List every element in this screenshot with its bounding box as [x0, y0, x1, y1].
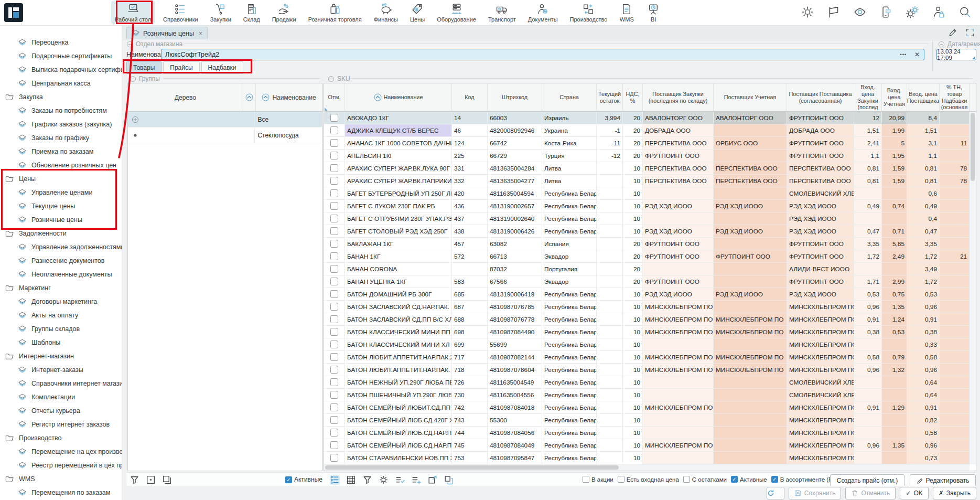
- sidebar-item-29[interactable]: Производство: [0, 431, 122, 445]
- group-row-all[interactable]: Все: [128, 112, 322, 127]
- sidebar-item-21[interactable]: Группы складов: [0, 322, 122, 336]
- table-row-20[interactable]: БАТОН ЛЮБИТ.АППЕТИТ.НАР.ПАК. 47184810987…: [324, 364, 970, 376]
- sku-col-header-1[interactable]: Наименование: [345, 83, 452, 111]
- menu-item-transport[interactable]: Транспорт: [484, 1, 520, 24]
- tab-retail-prices[interactable]: Розничные цены ×: [126, 27, 208, 39]
- sidebar-item-2[interactable]: Выписка подарочных сертификатов: [0, 63, 122, 77]
- checkbox[interactable]: [618, 476, 624, 483]
- stack-icon[interactable]: [162, 475, 172, 485]
- filter-icon[interactable]: [130, 475, 139, 485]
- row-checkbox[interactable]: [330, 378, 338, 386]
- horizontal-scrollbar[interactable]: [324, 464, 970, 471]
- store-name-input[interactable]: ЛюксСофтТрейд2 ••• ✕: [161, 49, 924, 60]
- row-checkbox[interactable]: [330, 189, 338, 197]
- row-checkbox[interactable]: [330, 353, 338, 361]
- table-row-15[interactable]: БАТОН ЗАСЛАВСКИЙ СД.НАР.ПАК. 36874810987…: [324, 301, 970, 313]
- table-row-25[interactable]: БАТОН СЕМЕЙНЫЙ ЛЮБ.СД.НАР.П7444810987084…: [324, 427, 970, 439]
- table-row-22[interactable]: БАТОН ПШЕНИЧНЫЙ УП.290Г ЛЮБ7304811635004…: [324, 389, 970, 401]
- sidebar-item-6[interactable]: Графики заказов (закупка): [0, 118, 122, 131]
- theme-icon[interactable]: [801, 5, 814, 19]
- sku-col-header-7[interactable]: Поставщик Закупки (последняя по складу): [643, 83, 714, 111]
- groups-col-tree[interactable]: Дерево: [128, 83, 243, 111]
- row-checkbox[interactable]: [330, 139, 338, 147]
- checkbox[interactable]: ✓: [731, 476, 738, 483]
- filter-1[interactable]: Есть входная цена: [618, 476, 679, 483]
- sidebar-item-33[interactable]: Перемещения по заказам: [0, 486, 122, 499]
- filter-0[interactable]: В акции: [583, 476, 613, 483]
- sidebar-item-3[interactable]: Центральная касса: [0, 77, 122, 90]
- table-row-5[interactable]: АРАХИС СУПЕР! ЖАР.ВК.ПАПРИКИ 93324813635…: [324, 175, 970, 187]
- menu-item-production[interactable]: Производство: [566, 1, 611, 24]
- row-checkbox[interactable]: [330, 341, 338, 348]
- sidebar-item-13[interactable]: Розничные цены: [0, 213, 122, 227]
- table-row-1[interactable]: АДЖИКА КЛЕЩУК СТ/Б ВЕРЕС464820008092946У…: [324, 124, 970, 137]
- table-row-2[interactable]: АНАНАС 1КГ 1000 СОВЕТОВ ДАЧНИ12466742Кос…: [324, 137, 970, 150]
- eye-icon[interactable]: [853, 5, 867, 19]
- checkbox[interactable]: [683, 476, 690, 483]
- row-checkbox[interactable]: [330, 202, 338, 210]
- menu-item-bi[interactable]: BI: [642, 1, 664, 24]
- checkbox[interactable]: ✓: [285, 476, 292, 483]
- table-row-18[interactable]: БАТОН КЛАССИЧЕСКИЙ МИНИ ХЛ69955699Респуб…: [324, 338, 970, 351]
- tab-goods[interactable]: Товары: [126, 61, 161, 74]
- list-add-icon[interactable]: [411, 475, 421, 485]
- row-checkbox[interactable]: [330, 164, 338, 172]
- collapse-icon[interactable]: [126, 41, 133, 48]
- row-checkbox[interactable]: [330, 290, 338, 298]
- vertical-scrollbar[interactable]: [969, 112, 976, 464]
- sku-col-header-11[interactable]: Вход. цена Учетная: [882, 83, 907, 111]
- row-checkbox[interactable]: [330, 252, 338, 260]
- filter-3[interactable]: ✓Активные: [731, 476, 767, 483]
- row-checkbox[interactable]: [330, 429, 338, 437]
- sidebar-item-8[interactable]: Приемка по заказам: [0, 145, 122, 158]
- groups-tree-sort[interactable]: [243, 83, 256, 111]
- sidebar-item-17[interactable]: Неоплаченные документы: [0, 268, 122, 281]
- row-checkbox[interactable]: [330, 152, 338, 159]
- sidebar-item-22[interactable]: Шаблоны: [0, 336, 122, 349]
- fullscreen-icon[interactable]: [965, 28, 975, 37]
- sidebar-item-20[interactable]: Акты на оплату: [0, 308, 122, 322]
- menu-item-retail[interactable]: Розничная торговля: [305, 1, 365, 24]
- table-row-4[interactable]: АРАХИС СУПЕР! ЖАР.ВК.ЛУКА 90Г С331481363…: [324, 162, 970, 175]
- sidebar-item-16[interactable]: Разнесение документов: [0, 254, 122, 268]
- sku-col-header-5[interactable]: Текущий остаток: [597, 83, 623, 111]
- table-row-17[interactable]: БАТОН КЛАССИЧЕСКИЙ МИНИ ПП69848109870844…: [324, 326, 970, 338]
- sidebar-item-15[interactable]: Управление задолженностями: [0, 240, 122, 254]
- user-icon[interactable]: [932, 5, 945, 19]
- tab-pricelists[interactable]: Прайсы: [163, 61, 199, 74]
- sku-col-header-6[interactable]: НДС, %: [623, 83, 643, 111]
- sidebar-item-28[interactable]: Регистр интернет заказов: [0, 418, 122, 431]
- collapse-icon[interactable]: [328, 76, 335, 82]
- filter-4[interactable]: ✓В ассортименте (F4): [771, 476, 838, 483]
- table-row-11[interactable]: БАНАН 1КГ57266713Эквадор20ФРУТПОИНТ ОООФ…: [324, 250, 970, 263]
- expand-plus-icon[interactable]: [132, 116, 139, 123]
- sku-col-header-12[interactable]: Вход. цена Поставщика: [907, 83, 940, 111]
- menu-item-sales[interactable]: Продажи: [268, 1, 300, 24]
- sidebar-item-30[interactable]: Перемещение на цех производства: [0, 445, 122, 459]
- row-checkbox[interactable]: [330, 391, 338, 399]
- menu-item-directories[interactable]: Справочники: [159, 1, 202, 24]
- search-icon[interactable]: [958, 5, 972, 19]
- row-checkbox[interactable]: [330, 328, 338, 336]
- table-row-12[interactable]: БАНАН CORONA87032Португалия20АЛИДИ-ВЕСТ …: [324, 263, 970, 275]
- sidebar-item-31[interactable]: Реестр перемещений в цех производст: [0, 459, 122, 472]
- sidebar-item-9[interactable]: Обновление розничных цен: [0, 158, 122, 172]
- menu-item-equipment[interactable]: Оборудование: [433, 1, 480, 24]
- sidebar-item-25[interactable]: Справочники интернет магазина: [0, 377, 122, 390]
- collapse-icon[interactable]: [938, 41, 945, 48]
- sidebar-item-7[interactable]: Заказы по графику: [0, 131, 122, 145]
- cancel-button[interactable]: Отменить: [845, 487, 896, 499]
- menu-item-finance[interactable]: Финансы: [370, 1, 402, 24]
- sidebar-item-23[interactable]: Интернет-магазин: [0, 349, 122, 363]
- filter-icon[interactable]: [362, 475, 372, 485]
- edit-icon[interactable]: [948, 28, 957, 37]
- sku-col-header-8[interactable]: Поставщик Учетная: [714, 83, 787, 111]
- row-checkbox[interactable]: [330, 240, 338, 248]
- external-link-icon[interactable]: [427, 475, 437, 485]
- sidebar-item-0[interactable]: Переоценка: [0, 36, 122, 49]
- feedback-icon[interactable]: [879, 5, 893, 19]
- sidebar-item-11[interactable]: Управление ценами: [0, 186, 122, 199]
- groups-active-filter[interactable]: ✓ Активные: [285, 476, 322, 483]
- sidebar-item-1[interactable]: Подарочные сертификаты: [0, 49, 122, 63]
- datetime-input[interactable]: 13.03.24 17:09: [936, 49, 976, 60]
